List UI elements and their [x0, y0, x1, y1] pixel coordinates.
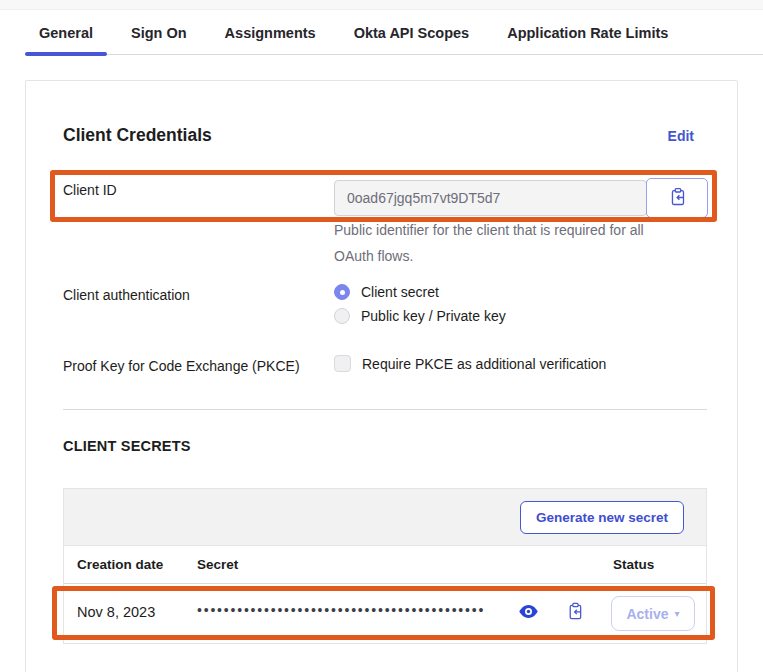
- client-secrets-table: Generate new secret Creation date Secret…: [63, 488, 707, 644]
- status-label: Active: [626, 606, 668, 622]
- app-tab-bar: General Sign On Assignments Okta API Sco…: [25, 11, 763, 55]
- public-private-key-radio-label: Public key / Private key: [361, 308, 506, 324]
- pkce-label: Proof Key for Code Exchange (PKCE): [63, 358, 300, 374]
- edit-link[interactable]: Edit: [668, 128, 694, 144]
- secret-masked-value: ••••••••••••••••••••••••••••••••••••••••…: [197, 602, 485, 618]
- clipboard-copy-icon: [668, 187, 687, 210]
- eye-icon: [519, 606, 538, 621]
- secret-creation-date: Nov 8, 2023: [77, 604, 155, 620]
- client-id-label: Client ID: [63, 182, 117, 198]
- column-header-creation-date: Creation date: [77, 557, 163, 572]
- client-credentials-card: Client Credentials Edit Client ID Public…: [25, 80, 738, 672]
- column-header-status: Status: [613, 557, 654, 572]
- secrets-table-header: Creation date Secret Status: [64, 546, 706, 584]
- public-private-key-radio[interactable]: [334, 308, 350, 324]
- generate-new-secret-button[interactable]: Generate new secret: [520, 501, 684, 534]
- pkce-checkbox-label: Require PKCE as additional verification: [362, 356, 606, 372]
- option-public-private-key: Public key / Private key: [334, 308, 506, 324]
- client-authentication-options: Client secret Public key / Private key: [334, 284, 506, 324]
- client-authentication-label: Client authentication: [63, 287, 190, 303]
- copy-client-id-button[interactable]: [646, 178, 708, 218]
- client-id-input[interactable]: [334, 180, 647, 216]
- clipboard-copy-icon: [566, 609, 584, 624]
- section-title-client-credentials: Client Credentials: [63, 125, 212, 146]
- copy-secret-button[interactable]: [566, 602, 584, 621]
- reveal-secret-button[interactable]: [519, 605, 538, 618]
- tab-assignments[interactable]: Assignments: [211, 11, 330, 55]
- column-header-secret: Secret: [197, 557, 238, 572]
- tab-sign-on[interactable]: Sign On: [117, 11, 201, 55]
- tab-general[interactable]: General: [25, 11, 107, 55]
- option-client-secret: Client secret: [334, 284, 506, 300]
- pkce-checkbox[interactable]: [334, 355, 351, 372]
- secret-table-row: Nov 8, 2023 ••••••••••••••••••••••••••••…: [64, 584, 706, 643]
- tab-application-rate-limits[interactable]: Application Rate Limits: [493, 11, 682, 55]
- client-secret-radio[interactable]: [334, 284, 350, 300]
- client-id-help-text: Public identifier for the client that is…: [334, 217, 684, 269]
- okta-app-settings-page: General Sign On Assignments Okta API Sco…: [0, 0, 763, 672]
- chevron-down-icon: ▾: [675, 608, 680, 619]
- tab-okta-api-scopes[interactable]: Okta API Scopes: [340, 11, 484, 55]
- pkce-option: Require PKCE as additional verification: [334, 355, 606, 372]
- client-secret-radio-label: Client secret: [361, 284, 439, 300]
- client-secrets-heading: CLIENT SECRETS: [63, 438, 191, 454]
- secrets-table-toolbar: Generate new secret: [64, 489, 706, 546]
- secret-status-dropdown[interactable]: Active ▾: [611, 596, 695, 631]
- top-strip: [0, 0, 763, 10]
- section-divider: [63, 409, 707, 410]
